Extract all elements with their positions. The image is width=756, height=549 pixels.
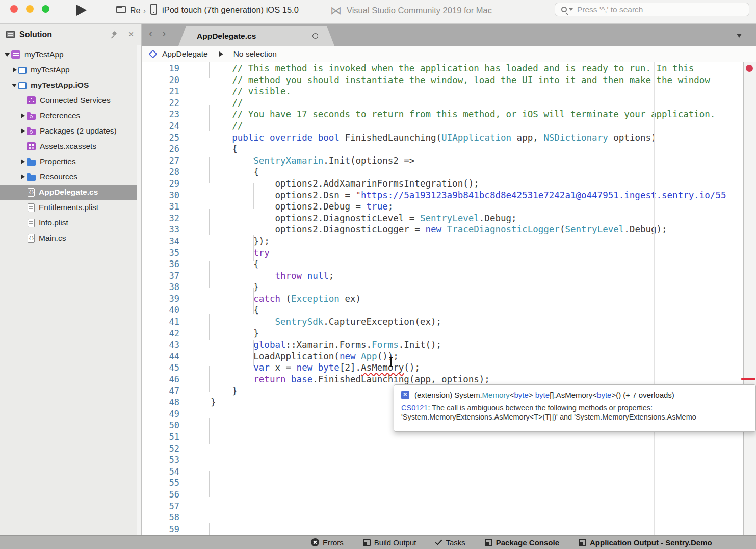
line-number[interactable]: 46 bbox=[142, 374, 179, 385]
line-number[interactable]: 24 bbox=[142, 120, 179, 132]
line-number[interactable]: 27 bbox=[142, 155, 179, 167]
line-number[interactable]: 19 bbox=[142, 63, 179, 74]
line-number[interactable]: 59 bbox=[142, 524, 179, 535]
line-number[interactable]: 44 bbox=[142, 351, 179, 362]
line-number[interactable]: 42 bbox=[142, 328, 179, 339]
breadcrumb-selection[interactable]: No selection bbox=[233, 49, 277, 59]
configuration-icon[interactable] bbox=[116, 6, 126, 13]
code-line-28[interactable]: { bbox=[211, 166, 743, 178]
sidebar-item-packages-2-updates[interactable]: Packages (2 updates) bbox=[0, 123, 137, 139]
line-number[interactable]: 21 bbox=[142, 86, 179, 97]
line-number[interactable]: 34 bbox=[142, 236, 179, 247]
line-number[interactable]: 55 bbox=[142, 477, 179, 489]
code-line-55[interactable] bbox=[211, 477, 743, 489]
device-selector[interactable]: iPod touch (7th generation) iOS 15.0 bbox=[162, 5, 299, 15]
line-number[interactable]: 43 bbox=[142, 339, 179, 351]
code-line-42[interactable]: } bbox=[211, 328, 743, 339]
line-number[interactable]: 48 bbox=[142, 397, 179, 408]
code-line-41[interactable]: SentrySdk.CaptureException(ex); bbox=[211, 316, 743, 328]
line-number[interactable]: 37 bbox=[142, 270, 179, 282]
line-number[interactable]: 56 bbox=[142, 489, 179, 501]
code-line-44[interactable]: LoadApplication(new App()); bbox=[211, 351, 743, 362]
code-line-27[interactable]: SentryXamarin.Init(options2 => bbox=[211, 155, 743, 167]
pin-icon[interactable] bbox=[112, 31, 119, 38]
expander-icon[interactable] bbox=[11, 82, 18, 88]
code-line-59[interactable] bbox=[211, 524, 743, 535]
navigate-forward-button[interactable]: › bbox=[162, 27, 166, 40]
configuration-selector[interactable]: Re bbox=[130, 6, 140, 15]
pad-button-errors[interactable]: Errors bbox=[311, 538, 344, 547]
code-line-35[interactable]: try bbox=[211, 247, 743, 259]
line-number[interactable]: 38 bbox=[142, 281, 179, 293]
sidebar-item-assets-xcassets[interactable]: Assets.xcassets bbox=[0, 139, 137, 154]
code-line-22[interactable]: // bbox=[211, 97, 743, 109]
line-number[interactable]: 58 bbox=[142, 512, 179, 524]
line-number[interactable]: 49 bbox=[142, 408, 179, 420]
code-line-45[interactable]: var x = new byte[2].AsMemory(); bbox=[211, 362, 743, 374]
minimize-window-button[interactable] bbox=[26, 5, 34, 13]
code-line-29[interactable]: options2.AddXamarinFormsIntegration(); bbox=[211, 178, 743, 190]
pad-button-application-output-sentry-demo[interactable]: Application Output - Sentry.Demo bbox=[579, 538, 712, 547]
expander-icon[interactable] bbox=[19, 174, 27, 180]
line-number[interactable]: 40 bbox=[142, 304, 179, 316]
close-window-button[interactable] bbox=[10, 5, 18, 13]
sidebar-item-mytestapp[interactable]: myTestApp bbox=[0, 62, 137, 77]
line-number[interactable]: 29 bbox=[142, 178, 179, 190]
sidebar-item-references[interactable]: References bbox=[0, 108, 137, 123]
line-number[interactable]: 26 bbox=[142, 143, 179, 155]
zoom-window-button[interactable] bbox=[42, 5, 49, 13]
line-number[interactable]: 51 bbox=[142, 431, 179, 443]
code-line-21[interactable]: // visible. bbox=[211, 86, 743, 97]
code-line-36[interactable]: { bbox=[211, 258, 743, 270]
pad-button-package-console[interactable]: Package Console bbox=[485, 538, 559, 547]
sidebar-item-mytestapp[interactable]: myTestApp bbox=[0, 47, 137, 62]
line-number[interactable]: 31 bbox=[142, 201, 179, 213]
sidebar-item-info-plist[interactable]: Info.plist bbox=[0, 215, 137, 230]
code-line-53[interactable] bbox=[211, 454, 743, 466]
code-line-20[interactable]: // method you should instantiate the win… bbox=[211, 74, 743, 86]
code-line-43[interactable]: global::Xamarin.Forms.Forms.Init(); bbox=[211, 339, 743, 351]
line-number[interactable]: 39 bbox=[142, 293, 179, 305]
code-line-54[interactable] bbox=[211, 466, 743, 478]
code-editor[interactable]: 1920212223242526272829303132333435363738… bbox=[142, 62, 743, 535]
sidebar-item-entitlements-plist[interactable]: Entitlements.plist bbox=[0, 200, 137, 215]
code-line-32[interactable]: options2.DiagnosticLevel = SentryLevel.D… bbox=[211, 213, 743, 224]
sidebar-item-connected-services[interactable]: Connected Services bbox=[0, 93, 137, 108]
code-line-37[interactable]: throw null; bbox=[211, 270, 743, 282]
code-area[interactable]: // This method is invoked when the appli… bbox=[211, 63, 743, 535]
tab-list-dropdown-icon[interactable] bbox=[737, 34, 742, 38]
code-line-38[interactable]: } bbox=[211, 281, 743, 293]
code-line-57[interactable] bbox=[211, 501, 743, 512]
line-number[interactable]: 41 bbox=[142, 316, 179, 328]
code-line-39[interactable]: catch (Exception ex) bbox=[211, 293, 743, 305]
code-line-56[interactable] bbox=[211, 489, 743, 501]
line-number[interactable]: 53 bbox=[142, 454, 179, 466]
code-line-26[interactable]: { bbox=[211, 143, 743, 155]
pad-button-tasks[interactable]: Tasks bbox=[435, 538, 465, 547]
line-number[interactable]: 28 bbox=[142, 166, 179, 178]
line-number[interactable]: 35 bbox=[142, 247, 179, 259]
code-line-23[interactable]: // You have 17 seconds to return from th… bbox=[211, 109, 743, 120]
sidebar-item-resources[interactable]: Resources bbox=[0, 169, 137, 185]
code-line-52[interactable] bbox=[211, 443, 743, 455]
code-line-33[interactable]: options2.DiagnosticLogger = new TraceDia… bbox=[211, 224, 743, 236]
sidebar-item-mytestapp-ios[interactable]: myTestApp.iOS bbox=[0, 77, 137, 93]
error-code-link[interactable]: CS0121 bbox=[401, 404, 428, 412]
code-line-30[interactable]: options2.Dsn = "https://5a193123a9b841bc… bbox=[211, 190, 743, 201]
line-number[interactable]: 30 bbox=[142, 190, 179, 201]
line-number[interactable]: 50 bbox=[142, 420, 179, 431]
expander-icon[interactable] bbox=[4, 51, 11, 58]
pad-button-build-output[interactable]: Build Output bbox=[363, 538, 416, 547]
run-button[interactable] bbox=[76, 5, 87, 16]
line-number[interactable]: 23 bbox=[142, 109, 179, 120]
code-line-24[interactable]: // bbox=[211, 120, 743, 132]
code-line-40[interactable]: { bbox=[211, 304, 743, 316]
search-box[interactable] bbox=[555, 3, 749, 16]
line-number[interactable]: 33 bbox=[142, 224, 179, 236]
line-number[interactable]: 22 bbox=[142, 97, 179, 109]
tab-appdelegate[interactable]: AppDelegate.cs bbox=[178, 26, 334, 46]
line-number[interactable]: 57 bbox=[142, 501, 179, 512]
code-line-34[interactable]: }); bbox=[211, 236, 743, 247]
code-line-19[interactable]: // This method is invoked when the appli… bbox=[211, 63, 743, 74]
code-line-46[interactable]: return base.FinishedLaunching(app, optio… bbox=[211, 374, 743, 385]
